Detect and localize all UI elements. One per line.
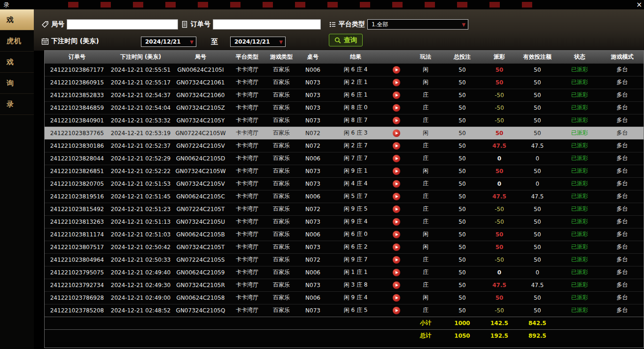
replay-play-icon[interactable] [393, 307, 400, 314]
valid-bet-cell: 47.5 [516, 139, 559, 152]
sidebar-item-2[interactable]: 戏 [0, 52, 34, 73]
table-row[interactable]: 2412210238195162024-12-21 02:51:45GN0062… [45, 190, 644, 203]
replay-play-icon[interactable] [393, 79, 400, 86]
sidebar: 戏虎机戏询录 [0, 9, 34, 349]
payout-cell: 0 [483, 177, 516, 190]
subtotal-row: 小计1000142.5842.5 [45, 317, 644, 329]
table-no-cell: N073 [298, 114, 328, 127]
bet-time-cell: 2024-12-21 02:50:42 [109, 241, 172, 253]
valid-bet-cell: 50 [516, 215, 559, 228]
replay-cell [383, 228, 410, 241]
table-row[interactable]: 2412210238268512024-12-21 02:52:22GN0732… [45, 165, 644, 177]
payout-cell: 50 [483, 127, 516, 139]
table-row[interactable]: 2412210238154922024-12-21 02:51:23GN0722… [45, 203, 644, 215]
result-cell: 闲 9 庄 1 [328, 165, 383, 177]
total-bet-cell: 50 [442, 266, 483, 279]
total-bet-cell: 50 [442, 63, 483, 76]
replay-play-icon[interactable] [393, 281, 400, 289]
search-button[interactable]: 查询 [329, 34, 363, 46]
round-no-cell: GN07324C21060 [172, 89, 229, 101]
replay-play-icon[interactable] [393, 218, 400, 226]
replay-play-icon[interactable] [393, 104, 400, 112]
replay-play-icon[interactable] [393, 193, 400, 200]
table-row[interactable]: 2412210238377652024-12-21 02:53:19GN0722… [45, 127, 644, 139]
replay-play-icon[interactable] [393, 231, 400, 238]
table-row[interactable]: 2412210238468592024-12-21 02:54:04GN0732… [45, 101, 644, 114]
replay-play-icon[interactable] [393, 155, 400, 162]
status-cell: 已派彩 [559, 101, 600, 114]
replay-play-icon[interactable] [393, 129, 400, 137]
sidebar-item-0[interactable]: 戏 [0, 9, 34, 30]
replay-play-icon[interactable] [393, 243, 400, 251]
result-cell: 闲 4 庄 4 [328, 177, 383, 190]
replay-play-icon[interactable] [393, 294, 400, 302]
table-row[interactable]: 2412210237950752024-12-21 02:49:40GN0062… [45, 266, 644, 279]
round-no-cell: GN07324C2105Z [172, 101, 229, 114]
total-bet-cell: 50 [442, 291, 483, 304]
table-row[interactable]: 2412210238075172024-12-21 02:50:42GN0732… [45, 241, 644, 253]
table-row[interactable]: 2412210238409012024-12-21 02:53:32GN0732… [45, 114, 644, 127]
table-row[interactable]: 2412210238111742024-12-21 02:51:03GN0062… [45, 228, 644, 241]
result-cell: 闲 9 庄 4 [328, 215, 383, 228]
game-type-cell: 百家乐 [265, 76, 298, 89]
order-no-cell: 241221023792734 [45, 279, 109, 291]
order-no-cell: 241221023804964 [45, 253, 109, 266]
replay-play-icon[interactable] [393, 142, 400, 150]
table-row[interactable]: 2412210238671772024-12-21 02:55:51GN0062… [45, 63, 644, 76]
result-cell: 闲 7 庄 7 [328, 152, 383, 165]
close-icon[interactable]: × [636, 0, 642, 9]
table-row[interactable]: 2412210238528332024-12-21 02:54:37GN0732… [45, 89, 644, 101]
sidebar-item-4[interactable]: 录 [0, 94, 34, 115]
valid-bet-cell: 0 [516, 266, 559, 279]
round-no-cell: GN07324C2105U [172, 215, 229, 228]
result-cell: 闲 6 庄 4 [328, 63, 383, 76]
date-from-select[interactable]: 2024/12/21 ▼ [141, 37, 196, 47]
replay-play-icon[interactable] [393, 167, 400, 175]
payout-cell: -50 [483, 253, 516, 266]
summary-total-bet: 1050 [442, 329, 483, 342]
order-no-input[interactable] [213, 19, 321, 30]
sidebar-item-3[interactable]: 询 [0, 73, 34, 94]
valid-bet-cell: 0 [516, 152, 559, 165]
result-cell: 闲 5 庄 7 [328, 190, 383, 203]
replay-play-icon[interactable] [393, 180, 400, 188]
round-no-cell: GN00624C2105B [172, 228, 229, 241]
payout-cell: 50 [483, 63, 516, 76]
order-no-cell: 241221023815492 [45, 203, 109, 215]
table-row[interactable]: 2412210238049642024-12-21 02:50:33GN0722… [45, 253, 644, 266]
replay-cell [383, 127, 410, 139]
platform-type-cell: 卡卡湾厅 [229, 165, 265, 177]
redacted-block [230, 2, 241, 8]
table-no-cell: N006 [298, 291, 328, 304]
round-no-input[interactable] [67, 19, 178, 30]
tag-icon [41, 21, 49, 28]
table-row[interactable]: 2412210238132632024-12-21 02:51:13GN0732… [45, 215, 644, 228]
game-type-cell: 百家乐 [265, 190, 298, 203]
bet-time-cell: 2024-12-21 02:52:29 [109, 152, 172, 165]
payout-cell: 47.5 [483, 279, 516, 291]
valid-bet-cell: 50 [516, 89, 559, 101]
sidebar-item-1[interactable]: 虎机 [0, 30, 34, 52]
replay-play-icon[interactable] [393, 269, 400, 276]
replay-play-icon[interactable] [393, 91, 400, 99]
replay-play-icon[interactable] [393, 117, 400, 124]
table-row[interactable]: 2412210237927342024-12-21 02:49:30GN0732… [45, 279, 644, 291]
table-no-cell: N072 [298, 139, 328, 152]
game-mode-cell: 多台 [600, 63, 644, 76]
replay-play-icon[interactable] [393, 205, 400, 213]
game-mode-cell: 多台 [600, 279, 644, 291]
payout-cell: 0 [483, 152, 516, 165]
round-no-cell: GN07224C2105W [172, 127, 229, 139]
date-to-select[interactable]: 2024/12/21 ▼ [230, 37, 286, 47]
table-row[interactable]: 2412210237869282024-12-21 02:49:00GN0062… [45, 291, 644, 304]
table-row[interactable]: 2412210238609152024-12-21 02:55:17GN0732… [45, 76, 644, 89]
table-row[interactable]: 2412210238280442024-12-21 02:52:29GN0062… [45, 152, 644, 165]
table-no-cell: N072 [298, 127, 328, 139]
table-row[interactable]: 2412210237852082024-12-21 02:48:52GN0732… [45, 304, 644, 317]
bet-side-cell: 庄 [410, 279, 442, 291]
table-row[interactable]: 2412210238301862024-12-21 02:52:37GN0722… [45, 139, 644, 152]
platform-type-select[interactable]: 1.全部 ▼ [367, 19, 468, 30]
replay-play-icon[interactable] [393, 66, 400, 74]
replay-play-icon[interactable] [393, 256, 400, 264]
table-row[interactable]: 2412210238207052024-12-21 02:51:53GN0732… [45, 177, 644, 190]
